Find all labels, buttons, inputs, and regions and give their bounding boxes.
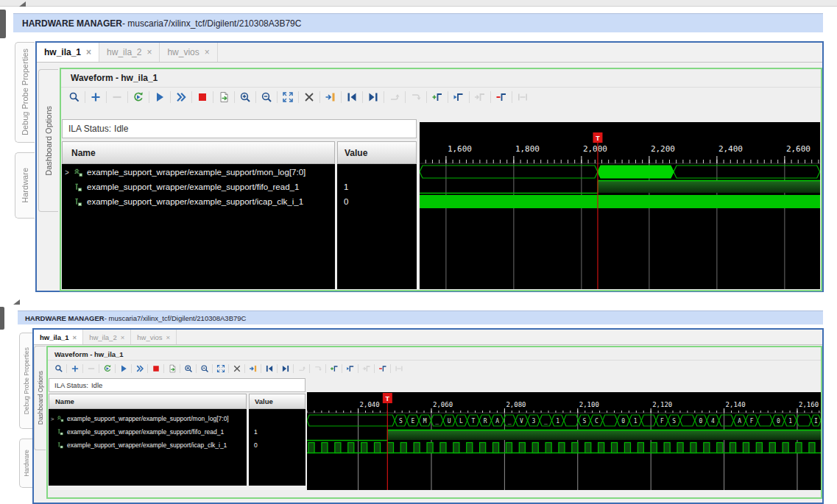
tab-hw-vios[interactable]: hw_vios× [131, 330, 177, 344]
column-header-name[interactable]: Name [49, 394, 247, 409]
run-trigger-icon [154, 91, 166, 103]
search-button[interactable] [52, 363, 66, 375]
zoom-fit-button[interactable] [278, 89, 297, 105]
bus-icon-wrap [72, 167, 84, 177]
waveform-toolbar [65, 88, 532, 106]
toolbar-separator [298, 91, 299, 103]
close-icon[interactable]: × [205, 47, 210, 57]
export-ila-data-button[interactable] [165, 363, 179, 375]
auto-re-trigger-button[interactable] [100, 363, 114, 375]
go-to-marker-button[interactable] [246, 363, 260, 375]
run-trigger-immediate-button[interactable] [172, 89, 191, 105]
go-to-marker-button[interactable] [321, 89, 340, 105]
sash-corner-icon[interactable] [19, 1, 26, 7]
toolbar-separator [196, 364, 197, 373]
close-icon[interactable]: × [121, 333, 125, 341]
svg-text:_: _ [544, 418, 548, 425]
expand-arrow-icon[interactable]: > [62, 168, 72, 177]
search-button[interactable] [65, 89, 84, 105]
sidebar-tab-dashboard-options[interactable]: Dashboard Options [38, 69, 58, 212]
expand-arrow-icon[interactable]: > [49, 416, 56, 422]
add-probe-button[interactable] [86, 89, 105, 105]
tab-hw-ila-2[interactable]: hw_ila_2× [99, 43, 160, 62]
column-header-name[interactable]: Name [62, 141, 335, 164]
signal-row[interactable]: example_support_wrapper/example_support/… [62, 194, 335, 209]
svg-text:A: A [495, 418, 499, 425]
stop-trigger-button[interactable] [149, 363, 163, 375]
add-trigger-edge-button[interactable] [428, 89, 447, 105]
add-trigger-edge-button[interactable] [327, 363, 341, 375]
x-axis-cursor-button[interactable] [300, 89, 319, 105]
close-icon[interactable]: × [146, 47, 152, 57]
toolbar-separator [244, 364, 245, 373]
run-trigger-button[interactable] [150, 89, 169, 105]
logic-icon-wrap [56, 428, 65, 436]
export-ila-data-button[interactable] [214, 89, 233, 105]
signal-row[interactable]: example_support_wrapper/example_support/… [49, 425, 247, 439]
close-icon[interactable]: × [73, 333, 77, 341]
stop-trigger-button[interactable] [193, 89, 212, 105]
sash-corner-icon[interactable] [13, 299, 20, 305]
remove-trigger-edge-button[interactable] [492, 89, 511, 105]
sidebar-tab-debug-probe-properties[interactable]: Debug Probe Properties [19, 333, 32, 429]
close-icon[interactable]: × [86, 47, 91, 57]
toolbar-separator [212, 364, 213, 373]
go-to-previous-edge-button[interactable] [449, 89, 468, 105]
waveform-plot-overview[interactable]: 1,6001,8002,0002,2002,4002,600T [420, 122, 820, 289]
toolbar-separator [115, 364, 116, 373]
sidebar-tab-hardware[interactable]: Hardware [19, 439, 32, 488]
signal-row[interactable]: example_support_wrapper/example_support/… [49, 439, 247, 452]
collapsed-panel-handle[interactable] [0, 307, 4, 330]
toolbar-separator [255, 91, 256, 103]
x-axis-cursor-button[interactable] [230, 363, 244, 375]
next-transition-button[interactable] [278, 363, 292, 375]
tab-hw-ila-1[interactable]: hw_ila_1× [37, 43, 99, 62]
previous-transition-button[interactable] [342, 89, 361, 105]
signal-value-list: 10 [337, 164, 417, 289]
toolbar-separator [234, 91, 235, 103]
move-up-button [385, 89, 404, 105]
signal-row[interactable]: >example_support_wrapper/example_support… [49, 412, 247, 425]
svg-text:2,000: 2,000 [583, 144, 607, 154]
collapsed-panel-handle[interactable] [0, 10, 6, 38]
signal-row[interactable]: >example_support_wrapper/example_support… [62, 165, 335, 180]
signal-name: example_support_wrapper/example_support/… [67, 441, 227, 449]
sidebar-tab-debug-probe-properties[interactable]: Debug Probe Properties [15, 42, 35, 143]
run-trigger-button[interactable] [116, 363, 130, 375]
tab-hw-ila-1[interactable]: hw_ila_1× [34, 330, 83, 344]
sidebar-tab-hardware[interactable]: Hardware [15, 152, 35, 219]
go-to-previous-edge-button[interactable] [343, 363, 357, 375]
column-header-value[interactable]: Value [337, 141, 417, 164]
zoom-in-button[interactable] [236, 89, 255, 105]
zoom-fit-button[interactable] [213, 363, 227, 375]
svg-text:2,600: 2,600 [786, 144, 810, 154]
svg-text:R: R [484, 418, 487, 425]
svg-text:1,800: 1,800 [515, 144, 540, 154]
waveform-window-title: Waveform - hw_ila_1 [54, 350, 124, 358]
svg-text:0: 0 [777, 418, 780, 425]
signal-row[interactable]: example_support_wrapper/example_support/… [62, 180, 335, 194]
zoom-in-button[interactable] [181, 363, 195, 375]
zoom-out-button[interactable] [257, 89, 276, 105]
remove-trigger-edge-button[interactable] [375, 363, 389, 375]
signal-name: example_support_wrapper/example_support/… [87, 168, 306, 177]
toolbar-separator [85, 91, 85, 103]
zoom-out-icon [200, 364, 209, 373]
go-to-previous-edge-icon [346, 364, 355, 373]
close-icon[interactable]: × [166, 333, 171, 341]
svg-text:1: 1 [788, 418, 792, 425]
waveform-plot-zoom[interactable]: 2,0402,0602,0802,1002,1202,1402,160SEM_U… [307, 392, 821, 490]
export-ila-data-icon [218, 91, 230, 103]
add-probe-button[interactable] [68, 363, 82, 375]
column-header-value[interactable]: Value [249, 394, 306, 409]
go-to-marker-icon [325, 91, 336, 103]
run-trigger-immediate-button[interactable] [133, 363, 146, 375]
sidebar-tab-dashboard-options[interactable]: Dashboard Options [34, 346, 46, 450]
tab-hw-ila-2[interactable]: hw_ila_2× [83, 330, 131, 344]
tab-hw-vios[interactable]: hw_vios× [160, 43, 217, 62]
previous-transition-button[interactable] [262, 363, 276, 375]
next-transition-button[interactable] [364, 89, 383, 105]
svg-text:2,400: 2,400 [718, 144, 743, 154]
auto-re-trigger-button[interactable] [129, 89, 148, 105]
zoom-out-button[interactable] [197, 363, 211, 375]
